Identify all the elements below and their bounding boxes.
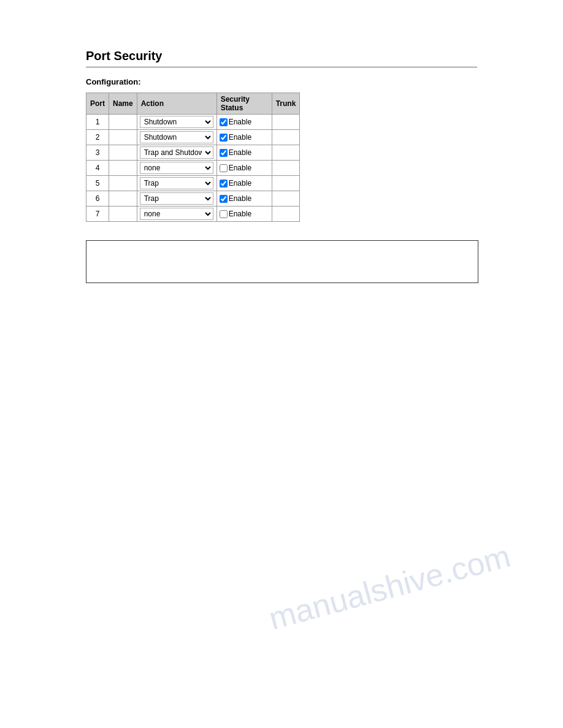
col-header-action: Action — [137, 93, 216, 115]
security-status-text-6: Enable — [229, 194, 251, 203]
cell-security-status-5[interactable]: Enable — [216, 176, 272, 191]
security-status-label-2[interactable]: Enable — [220, 133, 269, 142]
cell-trunk-1 — [272, 115, 300, 130]
security-status-label-6[interactable]: Enable — [220, 194, 269, 203]
action-select-port-1[interactable]: ShutdownTrapTrap and Shutdownnone — [140, 116, 213, 128]
security-status-text-7: Enable — [229, 210, 251, 218]
cell-action-4[interactable]: ShutdownTrapTrap and Shutdownnone — [137, 161, 216, 176]
security-status-checkbox-7[interactable] — [220, 210, 228, 218]
cell-port-2: 2 — [86, 130, 109, 145]
col-header-name: Name — [109, 93, 137, 115]
page-title: Port Security — [86, 49, 477, 63]
cell-action-2[interactable]: ShutdownTrapTrap and Shutdownnone — [137, 130, 216, 145]
table-row: 6ShutdownTrapTrap and ShutdownnoneEnable — [86, 191, 300, 207]
cell-port-3: 3 — [86, 145, 109, 161]
cell-security-status-6[interactable]: Enable — [216, 191, 272, 207]
cell-action-7[interactable]: ShutdownTrapTrap and Shutdownnone — [137, 207, 216, 222]
cell-name-3 — [109, 145, 137, 161]
page-container: Port Security Configuration: Port Name A… — [0, 0, 563, 308]
col-header-port: Port — [86, 93, 109, 115]
cell-name-7 — [109, 207, 137, 222]
cell-port-1: 1 — [86, 115, 109, 130]
cell-security-status-7[interactable]: Enable — [216, 207, 272, 222]
cell-trunk-3 — [272, 145, 300, 161]
config-table: Port Name Action Security Status Trunk 1… — [86, 93, 300, 222]
security-status-text-5: Enable — [229, 179, 251, 188]
cell-trunk-4 — [272, 161, 300, 176]
action-select-port-6[interactable]: ShutdownTrapTrap and Shutdownnone — [140, 192, 213, 205]
security-status-text-4: Enable — [229, 164, 251, 172]
table-row: 3ShutdownTrapTrap and ShutdownnoneEnable — [86, 145, 300, 161]
cell-port-4: 4 — [86, 161, 109, 176]
cell-name-4 — [109, 161, 137, 176]
table-row: 4ShutdownTrapTrap and ShutdownnoneEnable — [86, 161, 300, 176]
action-select-port-3[interactable]: ShutdownTrapTrap and Shutdownnone — [140, 146, 213, 159]
cell-action-5[interactable]: ShutdownTrapTrap and Shutdownnone — [137, 176, 216, 191]
security-status-checkbox-4[interactable] — [220, 164, 228, 172]
table-row: 2ShutdownTrapTrap and ShutdownnoneEnable — [86, 130, 300, 145]
cell-security-status-2[interactable]: Enable — [216, 130, 272, 145]
security-status-label-4[interactable]: Enable — [220, 164, 269, 172]
table-row: 7ShutdownTrapTrap and ShutdownnoneEnable — [86, 207, 300, 222]
cell-port-5: 5 — [86, 176, 109, 191]
cell-trunk-2 — [272, 130, 300, 145]
cell-port-6: 6 — [86, 191, 109, 207]
info-box — [86, 240, 478, 283]
table-row: 1ShutdownTrapTrap and ShutdownnoneEnable — [86, 115, 300, 130]
cell-port-7: 7 — [86, 207, 109, 222]
security-status-label-7[interactable]: Enable — [220, 210, 269, 218]
action-select-port-4[interactable]: ShutdownTrapTrap and Shutdownnone — [140, 162, 213, 174]
action-select-port-7[interactable]: ShutdownTrapTrap and Shutdownnone — [140, 208, 213, 220]
title-divider — [86, 67, 477, 67]
action-select-port-5[interactable]: ShutdownTrapTrap and Shutdownnone — [140, 177, 213, 189]
cell-trunk-6 — [272, 191, 300, 207]
watermark: manualshive.com — [266, 537, 515, 637]
security-status-checkbox-6[interactable] — [220, 195, 228, 203]
security-status-checkbox-5[interactable] — [220, 180, 228, 188]
security-status-text-2: Enable — [229, 133, 251, 142]
security-status-text-3: Enable — [229, 148, 251, 157]
security-status-label-3[interactable]: Enable — [220, 148, 269, 157]
cell-name-1 — [109, 115, 137, 130]
cell-trunk-7 — [272, 207, 300, 222]
security-status-checkbox-1[interactable] — [220, 118, 228, 126]
cell-name-5 — [109, 176, 137, 191]
security-status-checkbox-3[interactable] — [220, 149, 228, 157]
cell-action-1[interactable]: ShutdownTrapTrap and Shutdownnone — [137, 115, 216, 130]
cell-security-status-3[interactable]: Enable — [216, 145, 272, 161]
cell-action-6[interactable]: ShutdownTrapTrap and Shutdownnone — [137, 191, 216, 207]
cell-security-status-4[interactable]: Enable — [216, 161, 272, 176]
table-row: 5ShutdownTrapTrap and ShutdownnoneEnable — [86, 176, 300, 191]
cell-name-6 — [109, 191, 137, 207]
security-status-label-1[interactable]: Enable — [220, 118, 269, 126]
table-header-row: Port Name Action Security Status Trunk — [86, 93, 300, 115]
col-header-trunk: Trunk — [272, 93, 300, 115]
cell-name-2 — [109, 130, 137, 145]
col-header-security-status: Security Status — [216, 93, 272, 115]
security-status-text-1: Enable — [229, 118, 251, 126]
section-label: Configuration: — [86, 77, 477, 86]
cell-action-3[interactable]: ShutdownTrapTrap and Shutdownnone — [137, 145, 216, 161]
security-status-label-5[interactable]: Enable — [220, 179, 269, 188]
security-status-checkbox-2[interactable] — [220, 134, 228, 142]
action-select-port-2[interactable]: ShutdownTrapTrap and Shutdownnone — [140, 131, 213, 143]
cell-trunk-5 — [272, 176, 300, 191]
cell-security-status-1[interactable]: Enable — [216, 115, 272, 130]
